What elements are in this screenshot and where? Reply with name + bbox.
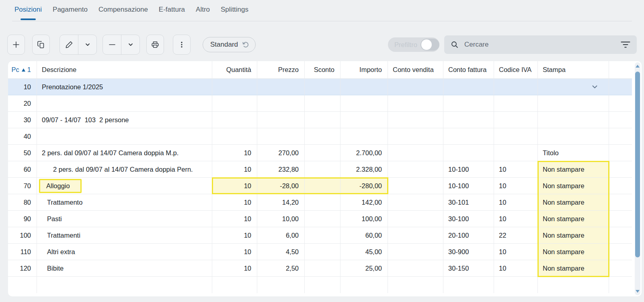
cell-conto_vendita-empty[interactable] bbox=[388, 277, 443, 293]
tab-posizioni[interactable]: Posizioni bbox=[14, 6, 42, 20]
cell-prezzo-40[interactable] bbox=[257, 128, 305, 145]
cell-quantita-100[interactable]: 10 bbox=[212, 227, 257, 244]
cell-pc-100[interactable]: 100 bbox=[8, 227, 37, 244]
cell-prezzo-50[interactable]: 270,00 bbox=[257, 145, 305, 161]
prefilter-toggle[interactable]: Prefiltro bbox=[388, 37, 439, 52]
print-button[interactable] bbox=[146, 35, 164, 55]
cell-stampa-90[interactable]: Non stampare bbox=[538, 211, 609, 227]
cell-prezzo-120[interactable]: 2,50 bbox=[257, 260, 305, 277]
cell-descrizione-60[interactable]: 2 pers. dal 09/07 al 14/07 Camera doppia… bbox=[37, 161, 212, 178]
scroll-thumb[interactable] bbox=[635, 72, 640, 257]
cell-filler-20[interactable] bbox=[609, 95, 632, 112]
cell-codice_iva-40[interactable] bbox=[494, 128, 538, 145]
cell-conto_fattura-empty[interactable] bbox=[443, 277, 494, 293]
cell-sconto-90[interactable] bbox=[305, 211, 340, 227]
cell-conto_vendita-50[interactable] bbox=[388, 145, 443, 161]
cell-descrizione-80[interactable]: Trattamento bbox=[37, 194, 212, 211]
cell-importo-10[interactable] bbox=[340, 79, 388, 95]
cell-sconto-70[interactable] bbox=[305, 178, 340, 194]
cell-sconto-20[interactable] bbox=[305, 95, 340, 112]
tab-pagamento[interactable]: Pagamento bbox=[53, 6, 88, 20]
cell-stampa-40[interactable] bbox=[538, 128, 609, 145]
cell-filler-10[interactable] bbox=[609, 79, 632, 95]
cell-prezzo-60[interactable]: 232,80 bbox=[257, 161, 305, 178]
cell-filler-100[interactable] bbox=[609, 227, 632, 244]
cell-quantita-30[interactable] bbox=[212, 112, 257, 128]
cell-pc-70[interactable]: 70 bbox=[8, 178, 37, 194]
cell-descrizione-120[interactable]: Bibite bbox=[37, 260, 212, 277]
cell-stampa-20[interactable] bbox=[538, 95, 609, 112]
edit-button[interactable] bbox=[60, 35, 78, 54]
remove-button[interactable] bbox=[103, 35, 121, 54]
cell-conto_fattura-90[interactable]: 30-100 bbox=[443, 211, 494, 227]
cell-descrizione-10[interactable]: Prenotazione 1/2025 bbox=[37, 79, 212, 95]
column-header-codice_iva[interactable]: Codice IVA bbox=[494, 61, 538, 79]
cell-sconto-10[interactable] bbox=[305, 79, 340, 95]
cell-conto_fattura-40[interactable] bbox=[443, 128, 494, 145]
filter-icon[interactable] bbox=[621, 41, 630, 48]
cell-importo-80[interactable]: 142,00 bbox=[340, 194, 388, 211]
cell-stampa-80[interactable]: Non stampare bbox=[538, 194, 609, 211]
cell-filler-120[interactable] bbox=[609, 260, 632, 277]
cell-importo-120[interactable]: 25,00 bbox=[340, 260, 388, 277]
column-header-quantita[interactable]: Quantità bbox=[212, 61, 257, 79]
cell-codice_iva-80[interactable]: 10 bbox=[494, 194, 538, 211]
cell-conto_vendita-80[interactable] bbox=[388, 194, 443, 211]
cell-quantita-empty[interactable] bbox=[212, 277, 257, 293]
cell-pc-empty[interactable] bbox=[8, 277, 37, 293]
cell-conto_fattura-50[interactable] bbox=[443, 145, 494, 161]
column-header-prezzo[interactable]: Prezzo bbox=[257, 61, 305, 79]
cell-quantita-20[interactable] bbox=[212, 95, 257, 112]
cell-descrizione-empty[interactable] bbox=[37, 277, 212, 293]
cell-prezzo-100[interactable]: 6,00 bbox=[257, 227, 305, 244]
cell-pc-40[interactable]: 40 bbox=[8, 128, 37, 145]
cell-importo-40[interactable] bbox=[340, 128, 388, 145]
cell-descrizione-50[interactable]: 2 pers. dal 09/07 al 14/07 Camera doppia… bbox=[37, 145, 212, 161]
cell-descrizione-110[interactable]: Altri extra bbox=[37, 244, 212, 260]
cell-codice_iva-60[interactable]: 10 bbox=[494, 161, 538, 178]
cell-importo-100[interactable]: 60,00 bbox=[340, 227, 388, 244]
cell-descrizione-70[interactable]: Alloggio bbox=[37, 178, 212, 194]
cell-pc-30[interactable]: 30 bbox=[8, 112, 37, 128]
cell-importo-90[interactable]: 100,00 bbox=[340, 211, 388, 227]
cell-prezzo-70[interactable]: -28,00 bbox=[257, 178, 305, 194]
cell-quantita-110[interactable]: 10 bbox=[212, 244, 257, 260]
column-header-conto_fattura[interactable]: Conto fattura bbox=[443, 61, 494, 79]
cell-pc-50[interactable]: 50 bbox=[8, 145, 37, 161]
cell-pc-60[interactable]: 60 bbox=[8, 161, 37, 178]
cell-pc-110[interactable]: 110 bbox=[8, 244, 37, 260]
cell-stampa-70[interactable]: Non stampare bbox=[538, 178, 609, 194]
cell-importo-70[interactable]: -280,00 bbox=[340, 178, 388, 194]
cell-conto_vendita-20[interactable] bbox=[388, 95, 443, 112]
cell-quantita-70[interactable]: 10 bbox=[212, 178, 257, 194]
cell-pc-10[interactable]: 10 bbox=[8, 79, 37, 95]
edit-dropdown-button[interactable] bbox=[78, 35, 96, 54]
cell-prezzo-90[interactable]: 10,00 bbox=[257, 211, 305, 227]
column-header-pc[interactable]: Pc1 bbox=[8, 61, 37, 79]
cell-conto_fattura-110[interactable]: 30-900 bbox=[443, 244, 494, 260]
column-header-importo[interactable]: Importo bbox=[340, 61, 388, 79]
cell-pc-80[interactable]: 80 bbox=[8, 194, 37, 211]
cell-descrizione-100[interactable]: Trattamenti bbox=[37, 227, 212, 244]
cell-importo-110[interactable]: 45,00 bbox=[340, 244, 388, 260]
cell-quantita-10[interactable] bbox=[212, 79, 257, 95]
cell-conto_vendita-70[interactable] bbox=[388, 178, 443, 194]
cell-prezzo-110[interactable]: 4,50 bbox=[257, 244, 305, 260]
chevron-down-icon[interactable] bbox=[591, 84, 598, 90]
cell-sconto-110[interactable] bbox=[305, 244, 340, 260]
cell-prezzo-30[interactable] bbox=[257, 112, 305, 128]
tab-e-fattura[interactable]: E-fattura bbox=[159, 6, 185, 20]
cell-codice_iva-50[interactable] bbox=[494, 145, 538, 161]
search-input[interactable] bbox=[464, 40, 621, 49]
cell-importo-20[interactable] bbox=[340, 95, 388, 112]
cell-stampa-50[interactable]: Titolo bbox=[538, 145, 609, 161]
cell-codice_iva-20[interactable] bbox=[494, 95, 538, 112]
column-header-stampa[interactable]: Stampa bbox=[538, 61, 609, 79]
cell-codice_iva-90[interactable]: 10 bbox=[494, 211, 538, 227]
column-header-descrizione[interactable]: Descrizione bbox=[37, 61, 212, 79]
cell-stampa-100[interactable]: Non stampare bbox=[538, 227, 609, 244]
cell-conto_vendita-120[interactable] bbox=[388, 260, 443, 277]
cell-conto_fattura-100[interactable]: 20-100 bbox=[443, 227, 494, 244]
cell-filler-40[interactable] bbox=[609, 128, 632, 145]
cell-pc-90[interactable]: 90 bbox=[8, 211, 37, 227]
